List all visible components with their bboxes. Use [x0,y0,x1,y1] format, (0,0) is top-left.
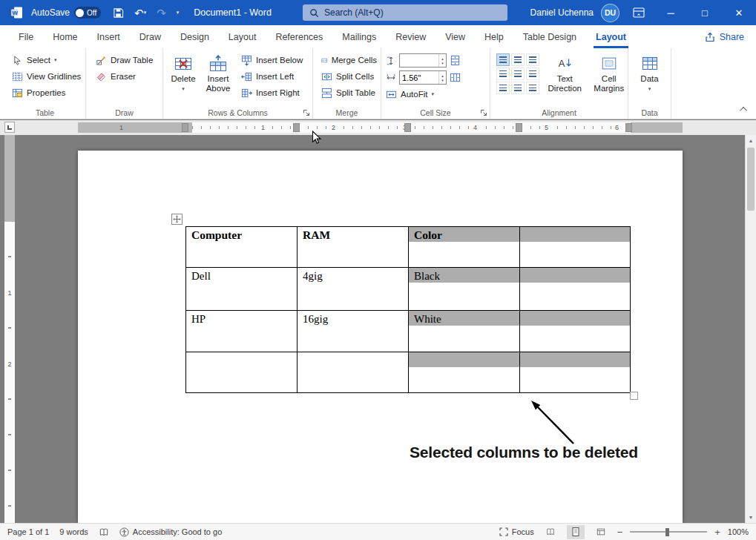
row-height-input[interactable] [400,54,438,67]
table-column-marker[interactable] [404,123,411,132]
table-column-marker[interactable] [293,123,300,132]
vertical-scrollbar[interactable]: ▲ ▼ [745,135,756,523]
table-cell-selected[interactable]: Color [409,227,520,268]
tab-mailings[interactable]: Mailings [332,25,386,48]
vertical-ruler[interactable]: 1 2 [4,135,15,523]
tab-design[interactable]: Design [171,25,219,48]
tab-review[interactable]: Review [386,25,435,48]
table-cell-selected[interactable] [520,311,631,352]
distribute-rows-icon[interactable] [450,55,461,66]
read-mode-button[interactable] [542,525,559,539]
user-name[interactable]: Daniel Uchenna [530,7,594,18]
quick-access-chevron-icon[interactable]: ▾ [177,10,180,16]
table-cell-selected[interactable]: White [409,311,520,352]
tab-layout[interactable]: Layout [219,25,266,48]
table-cell[interactable] [186,352,298,393]
table-move-handle[interactable] [171,214,183,225]
ribbon-display-options-icon[interactable] [633,7,645,18]
insert-left-button[interactable]: Insert Left [237,68,306,85]
share-button[interactable]: Share [705,25,744,48]
scroll-down-icon[interactable]: ▼ [746,512,756,523]
zoom-slider[interactable] [630,527,707,537]
column-width-input[interactable] [400,71,438,84]
row-height-spinner[interactable]: ▴▾ [399,53,447,68]
table-resize-handle[interactable] [630,392,638,400]
align-center-left-button[interactable] [496,68,510,80]
zoom-in-button[interactable]: + [714,527,720,538]
focus-button[interactable]: Focus [499,527,534,536]
autosave-toggle[interactable]: Off [74,7,101,19]
table-cell[interactable]: 4gig [298,268,409,311]
select-button[interactable]: Select▾ [8,52,85,68]
eraser-button[interactable]: Eraser [92,68,162,85]
table-cell-selected[interactable] [520,227,631,268]
minimize-button[interactable]: ─ [654,0,688,25]
tab-help[interactable]: Help [475,25,513,48]
accessibility-status[interactable]: Accessibility: Good to go [119,527,222,537]
merge-cells-button[interactable]: Merge Cells [318,52,381,68]
print-layout-button[interactable] [567,525,585,539]
document-table[interactable]: Computer RAM Color Dell 4gig Black HP 16… [185,226,631,393]
proofing-button[interactable] [99,527,109,537]
page-indicator[interactable]: Page 1 of 1 [7,527,49,536]
draw-table-button[interactable]: Draw Table [92,52,162,68]
document-page[interactable]: Computer RAM Color Dell 4gig Black HP 16… [78,151,683,523]
tab-references[interactable]: References [266,25,332,48]
align-top-center-button[interactable] [511,53,525,66]
tab-insert[interactable]: Insert [88,25,130,48]
close-button[interactable]: ✕ [722,0,756,25]
table-cell[interactable]: RAM [298,227,409,268]
split-table-button[interactable]: Split Table [318,85,381,101]
maximize-button[interactable]: □ [688,0,722,25]
table-cell[interactable] [298,352,409,393]
distribute-columns-icon[interactable] [450,72,461,83]
scrollbar-thumb[interactable] [747,148,755,211]
row-height-spin-arrows-icon[interactable]: ▴▾ [438,54,446,67]
table-cell[interactable]: 16gig [298,311,409,352]
insert-right-button[interactable]: Insert Right [237,85,306,101]
avatar[interactable]: DU [601,4,619,22]
insert-below-button[interactable]: Insert Below [237,52,306,68]
tab-file[interactable]: File [9,25,43,48]
table-cell[interactable]: Computer [186,227,298,268]
tab-table-design[interactable]: Table Design [513,25,586,48]
table-column-marker[interactable] [516,123,522,132]
search-input[interactable]: Search (Alt+Q) [303,4,507,21]
autofit-button[interactable]: AutoFit▾ [386,86,490,102]
tab-table-layout-active[interactable]: Layout [586,25,636,48]
table-cell-selected[interactable] [520,268,631,311]
horizontal-ruler[interactable]: 1 1 2 3 4 5 6 [78,122,683,133]
scroll-up-icon[interactable]: ▲ [746,135,756,146]
tab-view[interactable]: View [435,25,475,48]
rows-columns-dialog-launcher[interactable] [303,109,310,116]
split-cells-button[interactable]: Split Cells [318,68,381,85]
align-top-left-button[interactable] [496,53,510,66]
cell-size-dialog-launcher[interactable] [480,109,487,116]
align-center-button[interactable] [511,68,525,80]
align-center-right-button[interactable] [526,68,539,80]
web-layout-button[interactable] [592,525,610,539]
column-width-spin-arrows-icon[interactable]: ▴▾ [438,71,446,84]
table-cell[interactable]: HP [186,311,298,352]
table-column-marker[interactable] [625,123,632,132]
align-bottom-left-button[interactable] [496,82,510,94]
undo-button[interactable]: ↶ ▾ [134,7,146,19]
align-bottom-right-button[interactable] [526,82,539,94]
column-width-spinner[interactable]: ▴▾ [399,70,447,85]
table-cell-selected[interactable]: Black [409,268,520,311]
zoom-out-button[interactable]: − [617,527,623,538]
view-gridlines-button[interactable]: View Gridlines [8,68,85,85]
redo-icon[interactable]: ↷ [157,7,166,19]
align-bottom-center-button[interactable] [511,82,525,94]
zoom-level[interactable]: 100% [728,527,749,536]
align-top-right-button[interactable] [526,53,539,66]
tab-home[interactable]: Home [43,25,87,48]
table-column-marker[interactable] [182,123,188,132]
word-count[interactable]: 9 words [59,527,88,536]
collapse-ribbon-button[interactable] [738,104,750,114]
tab-draw[interactable]: Draw [130,25,171,48]
save-icon[interactable] [113,7,124,19]
table-cell[interactable]: Dell [186,268,298,311]
properties-button[interactable]: Properties [8,85,85,101]
table-cell-selected[interactable] [520,352,631,393]
